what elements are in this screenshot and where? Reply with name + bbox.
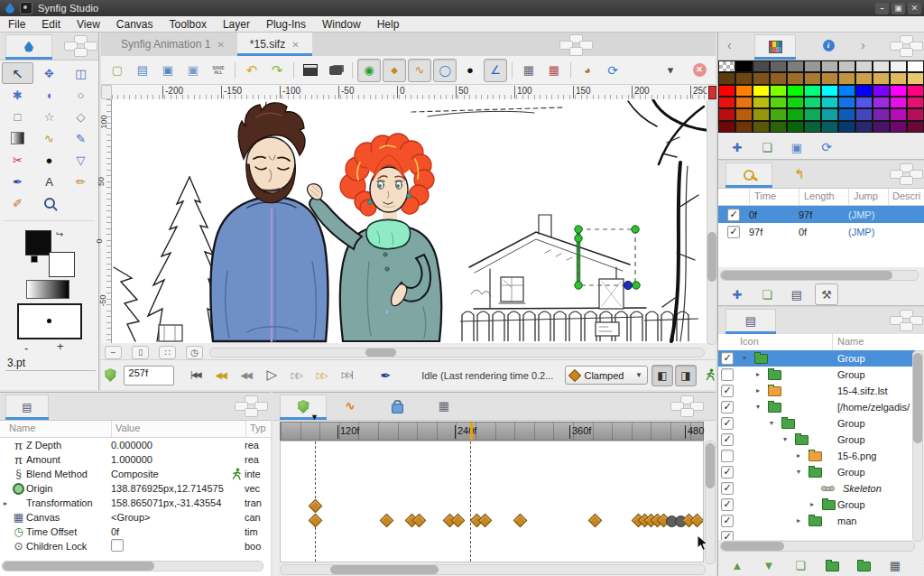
palette-swatch[interactable] (753, 97, 770, 108)
snap-grid-button[interactable]: ▦ (542, 59, 566, 82)
tab-params[interactable]: ▤ (5, 395, 49, 418)
save-button[interactable]: ▣ (785, 136, 808, 158)
keyframe-row[interactable]: ✓97f0f(JMP) (718, 223, 924, 240)
tab-curves[interactable]: ∿ (332, 395, 368, 417)
keyframe-row[interactable]: ✓0f97f(JMP) (718, 206, 924, 223)
keyframe-lock-past-button[interactable]: ◧ (651, 365, 673, 386)
menu-help[interactable]: Help (369, 17, 408, 32)
prev-keyframe-button[interactable]: ◀◀ (208, 366, 232, 386)
ruler-corner[interactable] (101, 85, 112, 99)
timetrack-area[interactable] (280, 441, 704, 562)
nav-left-icon[interactable]: ‹ (727, 39, 732, 51)
expander-icon[interactable]: ▾ (781, 435, 790, 443)
animate-mode-button[interactable]: ✒ (373, 366, 396, 386)
param-checkbox[interactable] (111, 539, 124, 552)
layer-row[interactable]: ✓▸man (718, 513, 915, 529)
layer-row[interactable]: ✓▾[/home/zelgadis/ (718, 399, 915, 415)
expander-icon[interactable]: ▾ (767, 419, 776, 427)
next-frame-button[interactable]: ▷▷ (284, 366, 308, 386)
expander-icon[interactable]: ▾ (740, 354, 749, 362)
circle-tool-button[interactable]: ○ (65, 84, 97, 106)
dock-handle[interactable] (890, 163, 922, 183)
param-value[interactable]: 0.000000 (111, 440, 228, 451)
canvas-horizontal-scrollbar[interactable] (209, 348, 705, 358)
nav-right-icon[interactable]: › (861, 39, 865, 51)
waypoint-diamond[interactable] (588, 514, 603, 528)
palette-swatch[interactable] (838, 72, 855, 84)
param-row[interactable]: πAmount1.000000rea (0, 452, 271, 467)
palette-swatch[interactable] (855, 72, 873, 84)
brush-preview[interactable] (17, 303, 82, 339)
palette-swatch[interactable] (787, 108, 804, 120)
param-value[interactable]: Composite (111, 469, 228, 479)
palette-swatch[interactable] (770, 121, 787, 133)
width-ducks-button[interactable]: ● (458, 59, 482, 82)
folder-button[interactable] (852, 554, 875, 576)
waypoint-diamond[interactable] (309, 514, 323, 528)
star-tool-button[interactable]: ☆ (33, 106, 65, 127)
group-new-button[interactable] (820, 554, 844, 576)
palette-swatch[interactable] (873, 85, 890, 97)
eyedrop-tool-button[interactable]: ▽ (65, 149, 97, 171)
pen-tool-button[interactable]: ✒ (2, 171, 33, 192)
undo-button[interactable]: ↶ (240, 59, 263, 82)
dots-small-button[interactable]: ∷ (159, 346, 176, 359)
polygon-tool-button[interactable]: ◇ (65, 106, 97, 127)
radius-ducks-button[interactable]: ◯ (433, 59, 457, 82)
angle-ducks-button[interactable]: ∠ (484, 59, 507, 82)
palette-swatch[interactable] (821, 121, 838, 133)
layer-checkbox[interactable]: ✓ (721, 352, 734, 365)
mirror-tool-button[interactable]: ◫ (65, 62, 97, 84)
next-keyframe-button[interactable]: ▷▷ (310, 366, 333, 386)
layers-vertical-scrollbar[interactable] (912, 350, 923, 542)
palette-swatch[interactable] (753, 72, 770, 84)
palette-swatch[interactable] (753, 121, 770, 133)
palette-swatch[interactable] (890, 97, 907, 108)
palette-swatch[interactable] (838, 121, 855, 133)
palette-swatch[interactable] (718, 72, 735, 84)
palette-swatch[interactable] (838, 60, 855, 72)
waypoint-diamond[interactable] (309, 499, 323, 514)
palette-swatch[interactable] (770, 60, 787, 72)
width-tool-button[interactable]: ◖ (33, 84, 65, 106)
rectangle-tool-button[interactable]: □ (2, 106, 33, 127)
tab-history[interactable]: ↰ (783, 163, 816, 185)
palette-swatch[interactable] (855, 108, 873, 120)
layer-checkbox[interactable]: ✓ (721, 498, 734, 511)
tab-keyframes[interactable] (725, 163, 772, 186)
stop-button[interactable]: ✕ (688, 59, 711, 82)
time-field[interactable]: 257f (124, 366, 175, 386)
keyframe-jump-link[interactable]: (JMP) (848, 227, 890, 237)
palette-swatch[interactable] (821, 97, 838, 108)
restore-button[interactable]: ▣ (892, 3, 905, 14)
expander-icon[interactable]: ▸ (794, 451, 803, 460)
dock-handle[interactable] (670, 395, 703, 415)
param-value[interactable]: <Group> (111, 512, 228, 523)
vertical-ruler[interactable]: 100500-50 (101, 99, 112, 343)
layer-row[interactable]: ▸15-6.png (718, 448, 915, 464)
close-tab-icon[interactable]: ✕ (217, 40, 224, 50)
layer-row[interactable]: ▸Group (718, 367, 915, 383)
timebar[interactable]: 120f240f360f480▼ (280, 422, 704, 441)
refresh-button[interactable]: ⟳ (601, 59, 624, 82)
palette-swatch[interactable] (821, 85, 838, 97)
keyframe-jump-link[interactable]: (JMP) (848, 209, 890, 220)
palette-swatch[interactable] (787, 85, 804, 97)
palette-swatch[interactable] (718, 85, 735, 97)
gradient-tool-button[interactable] (2, 127, 33, 149)
keyframes-horizontal-scrollbar[interactable] (720, 270, 919, 281)
prev-frame-button[interactable]: ◀◀ (234, 366, 257, 386)
palette-swatch[interactable] (873, 72, 890, 84)
time-cursor[interactable] (470, 423, 473, 440)
palette-swatch[interactable] (735, 85, 753, 97)
palette-swatch[interactable] (787, 97, 804, 108)
layer-checkbox[interactable] (721, 368, 734, 381)
minimize-button[interactable]: – (875, 3, 889, 14)
expander-icon[interactable]: ▸ (753, 370, 762, 378)
keyframe-lock-future-button[interactable]: ◨ (675, 365, 697, 386)
save-button[interactable]: ▣ (156, 59, 180, 82)
sketch-tool-button[interactable]: ✏ (65, 171, 97, 192)
vertex-ducks-button[interactable]: ◆ (383, 59, 406, 82)
waypoint-diamond[interactable] (451, 514, 466, 528)
palette-swatch[interactable] (890, 85, 907, 97)
